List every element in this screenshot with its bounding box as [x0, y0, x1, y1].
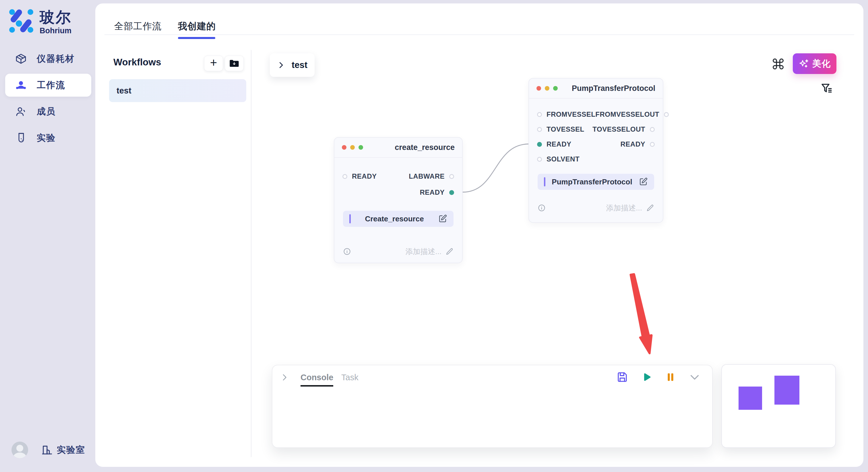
- node-description-placeholder[interactable]: 添加描述...: [606, 203, 642, 213]
- port-out-fromvesselout[interactable]: [664, 112, 669, 117]
- minimap-node: [739, 386, 762, 410]
- tab-all-workflows[interactable]: 全部工作流: [114, 20, 162, 33]
- pencil-icon[interactable]: [646, 204, 654, 212]
- app-name: 玻尔: [40, 9, 72, 26]
- port-label: FROMVESSEL: [547, 110, 595, 119]
- sidebar-item-members[interactable]: 成员: [5, 100, 91, 123]
- node-header[interactable]: create_resource: [334, 138, 462, 158]
- port-label: READY: [620, 140, 645, 148]
- building-icon: [41, 444, 53, 456]
- app-name-en: Bohrium: [40, 26, 72, 35]
- sidebar-item-instruments[interactable]: 仪器耗材: [5, 47, 91, 70]
- port-label: FROMVESSELOUT: [595, 110, 659, 119]
- canvas-breadcrumb[interactable]: test: [270, 53, 315, 77]
- node-action-create-resource[interactable]: Create_resource: [343, 211, 454, 227]
- node-dot-red-icon[interactable]: [342, 145, 346, 150]
- port-out-tovesselout[interactable]: [650, 127, 655, 132]
- edit-icon[interactable]: [639, 177, 648, 187]
- info-icon[interactable]: [538, 204, 546, 212]
- node-create-resource[interactable]: create_resource READY LABWARE READY Crea…: [334, 137, 463, 263]
- sidebar-footer: 实验室: [11, 442, 85, 458]
- node-header[interactable]: PumpTransferProtocol: [529, 78, 663, 99]
- port-label: LABWARE: [409, 172, 445, 180]
- minimap[interactable]: [721, 364, 836, 448]
- port-label: READY: [547, 140, 571, 148]
- panel-divider: [251, 50, 251, 457]
- expand-panel-icon[interactable]: [280, 373, 289, 382]
- node-dot-green-icon[interactable]: [553, 86, 558, 91]
- filter-icon: [820, 82, 834, 96]
- filter-button[interactable]: [820, 82, 834, 96]
- sidebar-item-label: 仪器耗材: [37, 53, 74, 65]
- port-out-ready[interactable]: [449, 190, 454, 195]
- console-panel: Console Task: [272, 365, 713, 448]
- port-in-tovessel[interactable]: [537, 127, 542, 132]
- run-icon[interactable]: [640, 371, 652, 383]
- node-dot-yellow-icon[interactable]: [350, 145, 355, 150]
- edit-icon[interactable]: [438, 214, 447, 224]
- node-pump-transfer-protocol[interactable]: PumpTransferProtocol FROMVESSEL FROMVESS…: [528, 78, 663, 223]
- tabbar-divider: [104, 34, 854, 35]
- port-in-ready[interactable]: [537, 142, 542, 147]
- port-out-ready[interactable]: [650, 142, 655, 147]
- pause-icon[interactable]: [664, 371, 677, 383]
- package-icon: [15, 53, 27, 65]
- port-in-fromvessel[interactable]: [537, 112, 542, 117]
- port-label: TOVESSELOUT: [592, 125, 645, 133]
- node-dot-red-icon[interactable]: [536, 86, 541, 91]
- bohrium-workflow-app: 玻尔 Bohrium 仪器耗材 工作: [0, 0, 868, 472]
- avatar[interactable]: [11, 442, 28, 458]
- port-label: READY: [352, 172, 377, 180]
- bohrium-logo-icon: [9, 9, 33, 33]
- experiment-icon: [15, 132, 27, 144]
- tab-my-created[interactable]: 我创建的: [178, 20, 216, 33]
- members-icon: [15, 105, 27, 117]
- workflow-icon: [15, 79, 27, 91]
- port-in-ready[interactable]: [342, 174, 347, 179]
- node-title: PumpTransferProtocol: [572, 84, 655, 93]
- sidebar-item-label: 工作流: [37, 79, 65, 91]
- sidebar-nav: 仪器耗材 工作流 成员: [5, 47, 91, 153]
- action-label: Create_resource: [351, 214, 438, 224]
- breadcrumb-label: test: [291, 60, 307, 70]
- port-in-solvent[interactable]: [537, 157, 542, 162]
- tab-console[interactable]: Console: [301, 373, 333, 386]
- node-title: create_resource: [395, 143, 455, 152]
- sidebar-item-experiments[interactable]: 实验: [5, 127, 91, 149]
- sparkles-icon: [799, 58, 809, 69]
- port-label: TOVESSEL: [547, 125, 584, 133]
- workflow-list-item-test[interactable]: test: [109, 79, 246, 102]
- lab-label: 实验室: [57, 444, 85, 456]
- tab-task[interactable]: Task: [341, 373, 359, 382]
- info-icon[interactable]: [343, 247, 351, 256]
- beautify-button[interactable]: 美化: [793, 53, 836, 74]
- node-action-pump-transfer[interactable]: PumpTransferProtocol: [538, 174, 654, 190]
- collapse-panel-icon[interactable]: [689, 371, 701, 383]
- sidebar-item-label: 成员: [37, 105, 56, 117]
- port-label: SOLVENT: [547, 155, 580, 163]
- save-icon[interactable]: [616, 371, 628, 383]
- lab-switcher[interactable]: 实验室: [41, 444, 85, 456]
- node-dot-yellow-icon[interactable]: [545, 86, 549, 91]
- pencil-icon[interactable]: [445, 247, 454, 256]
- port-out-labware[interactable]: [449, 174, 454, 179]
- workflow-panel-title: Workflows: [113, 57, 161, 68]
- workflow-item-label: test: [117, 86, 131, 96]
- add-workflow-button[interactable]: +: [204, 56, 223, 71]
- chevron-right-icon: [277, 61, 285, 69]
- port-label: READY: [420, 189, 445, 196]
- sidebar: 玻尔 Bohrium 仪器耗材 工作: [0, 0, 95, 472]
- minimap-node: [774, 376, 799, 405]
- sidebar-item-label: 实验: [37, 132, 56, 144]
- import-folder-button[interactable]: [225, 56, 244, 71]
- workflow-tabs: 全部工作流 我创建的: [95, 3, 863, 35]
- node-dot-green-icon[interactable]: [359, 145, 363, 150]
- sidebar-item-workflow[interactable]: 工作流: [5, 74, 91, 97]
- beautify-label: 美化: [812, 58, 831, 70]
- command-palette-button[interactable]: [772, 57, 785, 71]
- node-description-placeholder[interactable]: 添加描述...: [405, 247, 441, 257]
- plus-icon: +: [210, 57, 217, 69]
- command-icon: [772, 57, 785, 71]
- app-logo[interactable]: 玻尔 Bohrium: [9, 9, 72, 35]
- action-label: PumpTransferProtocol: [546, 177, 639, 187]
